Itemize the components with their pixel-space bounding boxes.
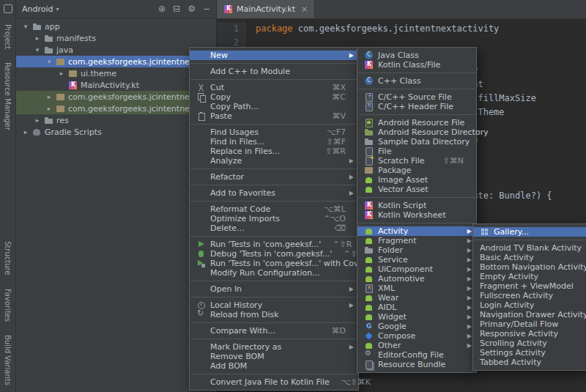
menu-item[interactable] (358, 197, 475, 198)
menu-item[interactable]: Kotlin Worksheet (357, 210, 476, 220)
settings-icon[interactable]: ⚙ (188, 4, 196, 13)
menu-item[interactable]: Fullscreen Activity (473, 291, 586, 300)
tree-row[interactable]: ▾ app (16, 21, 216, 32)
collapse-all-icon[interactable]: ⊟ (173, 4, 180, 13)
tree-expand-icon[interactable]: ▸ (45, 93, 53, 100)
menu-item[interactable]: Widget (357, 312, 476, 322)
menu-item[interactable] (474, 240, 586, 240)
tool-window-tab[interactable]: Resource Manager (4, 56, 12, 137)
menu-item[interactable]: Settings Activity (473, 348, 586, 358)
menu-item[interactable]: Primary/Detail Flow (473, 319, 586, 329)
editor-tab-mainactivity[interactable]: MainActivity.kt × (217, 0, 315, 18)
menu-item[interactable]: Mark Directory as (190, 342, 358, 352)
menu-item[interactable]: Copy Path... (190, 102, 358, 111)
tree-expand-icon[interactable]: ▸ (58, 70, 65, 77)
menu-item[interactable]: Modify Run Configuration... (190, 268, 358, 278)
menu-item[interactable]: C/C++ Header File (357, 102, 476, 111)
tool-window-tab[interactable]: Project (4, 18, 12, 56)
menu-item[interactable]: Folder (357, 245, 476, 255)
tree-row[interactable]: ▾ java (16, 44, 216, 56)
tree-row[interactable]: ▸ com.geeksforgeeks.jcintentnextactivity… (16, 103, 216, 114)
menu-item[interactable]: Fragment (357, 236, 476, 245)
menu-item[interactable]: C++ Class (357, 76, 476, 86)
tree-row[interactable]: ▸ manifests (16, 32, 216, 44)
locate-file-icon[interactable]: ⊕ (158, 4, 166, 13)
tree-row[interactable]: ▸ Gradle Scripts (16, 126, 216, 138)
menu-item[interactable] (190, 79, 357, 80)
hide-panel-icon[interactable]: − (203, 4, 210, 13)
menu-item[interactable]: Gallery... (473, 227, 586, 237)
menu-item[interactable] (190, 281, 357, 281)
menu-item[interactable]: XML (357, 284, 476, 293)
menu-item[interactable] (190, 169, 357, 169)
menu-item[interactable]: Service (357, 255, 476, 265)
menu-item[interactable]: Analyze (190, 156, 358, 166)
menu-item[interactable] (190, 374, 357, 374)
menu-item[interactable]: Bottom Navigation Activity (473, 262, 586, 272)
tree-expand-icon[interactable]: ▾ (34, 46, 41, 53)
menu-item[interactable]: Paste ⌘V (190, 111, 358, 121)
menu-item[interactable]: Refactor (190, 172, 358, 182)
menu-item[interactable]: Login Activity (473, 300, 586, 310)
menu-item[interactable]: Other (357, 341, 476, 350)
tree-expand-icon[interactable]: ▸ (34, 117, 41, 124)
menu-item[interactable] (358, 223, 475, 223)
menu-item[interactable] (358, 89, 475, 89)
menu-item[interactable]: Run 'Tests in 'com.geeksf...' with Cover… (190, 259, 358, 268)
tree-row[interactable]: MainActivity.kt (16, 79, 216, 91)
menu-item[interactable]: Scrolling Activity (473, 339, 586, 348)
menu-item[interactable]: Add BOM (190, 361, 358, 371)
menu-item[interactable]: Add to Favorites (190, 188, 358, 198)
menu-item[interactable]: UiComponent (357, 265, 476, 274)
menu-item[interactable]: Activity (357, 226, 476, 236)
close-tab-icon[interactable]: × (301, 4, 308, 14)
tree-row[interactable]: ▾ com.geeksforgeeks.jcintentnextactivity (16, 56, 216, 67)
menu-item[interactable]: Fragment + ViewModel (473, 281, 586, 291)
menu-item[interactable] (190, 201, 357, 201)
tree-row[interactable]: ▸ com.geeksforgeeks.jcintentnextactivity… (16, 91, 216, 103)
menu-item[interactable]: Open In (190, 284, 358, 294)
menu-item[interactable]: Responsive Activity (473, 329, 586, 339)
tree-expand-icon[interactable]: ▾ (45, 58, 53, 65)
menu-item[interactable]: Resource Bundle (357, 360, 476, 369)
menu-item[interactable]: Android TV Blank Activity (473, 243, 586, 253)
menu-item[interactable]: Debug 'Tests in 'com.geeksf...' ⌃⇧D (190, 249, 358, 259)
menu-item[interactable]: Navigation Drawer Activity (473, 310, 586, 319)
menu-item[interactable]: EditorConfig File (357, 350, 476, 360)
menu-item[interactable]: Local History (190, 300, 358, 310)
menu-item[interactable]: Cut ⌘X (190, 83, 358, 92)
project-view-selector[interactable]: Android (22, 4, 53, 14)
menu-item[interactable]: Remove BOM (190, 352, 358, 361)
menu-item[interactable] (190, 322, 357, 323)
menu-item[interactable]: Android Resource Directory (357, 127, 476, 137)
tree-expand-icon[interactable]: ▸ (45, 105, 53, 112)
tool-window-tab[interactable]: Structure (4, 234, 12, 282)
menu-item[interactable]: Compose (357, 331, 476, 341)
menu-item[interactable]: Reload from Disk (190, 310, 358, 319)
menu-item[interactable] (190, 185, 357, 185)
tree-expand-icon[interactable]: ▸ (22, 128, 29, 136)
menu-item[interactable]: Compare With... ⌘D (190, 326, 358, 336)
menu-item[interactable]: Kotlin Script (357, 201, 476, 210)
menu-item[interactable]: Scratch File ⇧⌘N (357, 156, 476, 166)
tool-window-tab[interactable]: Favorites (4, 282, 12, 328)
menu-item[interactable]: Kotlin Class/File (357, 60, 476, 70)
menu-item[interactable]: Automotive (357, 274, 476, 284)
menu-item[interactable]: File (357, 147, 476, 156)
menu-item[interactable] (190, 236, 357, 237)
menu-item[interactable]: C/C++ Source File (357, 92, 476, 102)
menu-item[interactable]: Find Usages ⌥F7 (190, 127, 358, 137)
tree-expand-icon[interactable]: ▾ (22, 23, 29, 30)
menu-item[interactable]: Google (357, 322, 476, 331)
menu-item[interactable]: Tabbed Activity (473, 358, 586, 367)
menu-item[interactable]: Replace in Files... ⇧⌘R (190, 147, 358, 156)
menu-item[interactable]: Package (357, 166, 476, 175)
menu-item[interactable] (190, 124, 357, 125)
menu-item[interactable] (190, 297, 357, 297)
menu-item[interactable]: Run 'Tests in 'com.geeksf...' ⌃⇧R (190, 240, 358, 249)
menu-item[interactable]: Basic Activity (473, 253, 586, 262)
menu-item[interactable]: Image Asset (357, 175, 476, 185)
menu-item[interactable]: New (190, 51, 358, 60)
menu-item[interactable]: Sample Data Directory (357, 137, 476, 147)
menu-item[interactable]: AIDL (357, 303, 476, 312)
